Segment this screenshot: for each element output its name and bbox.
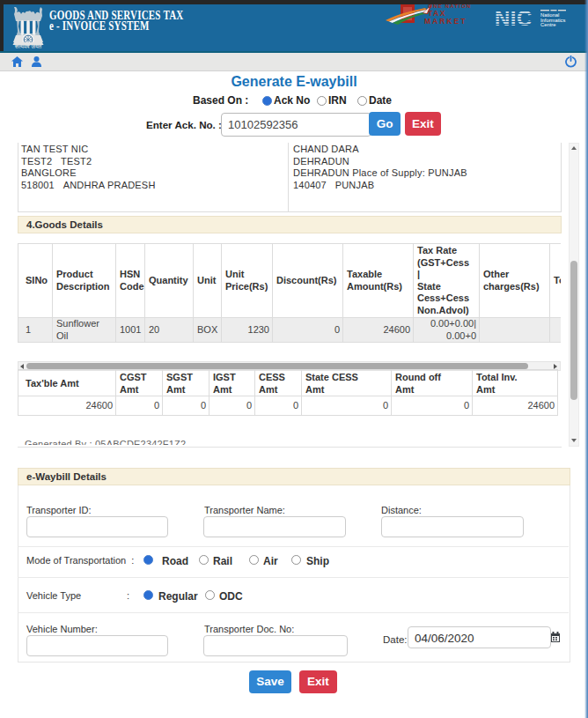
svg-text:MARKET: MARKET xyxy=(424,17,467,26)
svg-text:सत्यमेव जयते: सत्यमेव जयते xyxy=(14,43,42,49)
svg-text:ONE NATION: ONE NATION xyxy=(428,4,471,9)
svg-text:Centre: Centre xyxy=(540,22,555,27)
